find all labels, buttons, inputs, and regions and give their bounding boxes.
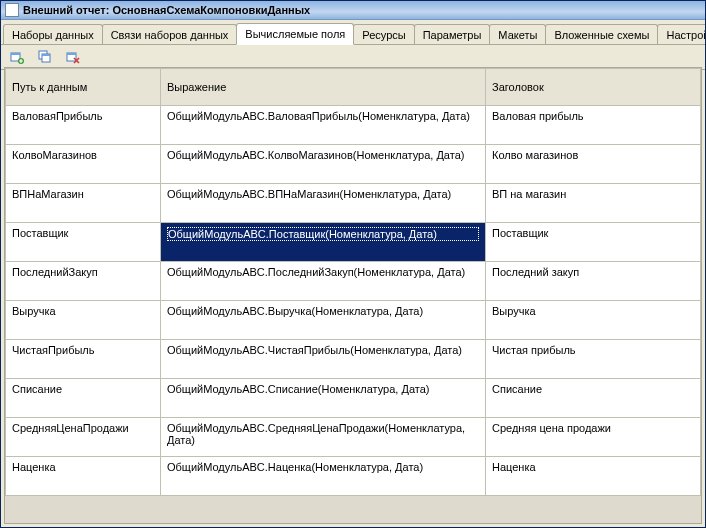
cell-path[interactable]: Списание — [6, 379, 161, 418]
tab-calculated-fields[interactable]: Вычисляемые поля — [236, 23, 354, 45]
tab-datasets[interactable]: Наборы данных — [3, 24, 103, 44]
cell-path[interactable]: Выручка — [6, 301, 161, 340]
delete-button[interactable] — [61, 46, 85, 68]
cell-path[interactable]: ПоследнийЗакуп — [6, 262, 161, 301]
cell-path[interactable]: Поставщик — [6, 223, 161, 262]
cell-expression[interactable]: ОбщийМодульABC.СредняяЦенаПродажи(Номенк… — [161, 418, 486, 457]
cell-expression[interactable]: ОбщийМодульABC.Выручка(Номенклатура, Дат… — [161, 301, 486, 340]
table-header-row: Путь к данным Выражение Заголовок — [6, 69, 701, 106]
tab-parameters[interactable]: Параметры — [414, 24, 491, 44]
table-row[interactable]: Выручка ОбщийМодульABC.Выручка(Номенклат… — [6, 301, 701, 340]
cell-path[interactable]: КолвоМагазинов — [6, 145, 161, 184]
tab-layouts[interactable]: Макеты — [489, 24, 546, 44]
cell-title[interactable]: Поставщик — [486, 223, 701, 262]
cell-expression[interactable]: ОбщийМодульABC.ПоследнийЗакуп(Номенклату… — [161, 262, 486, 301]
cell-title[interactable]: ВП на магазин — [486, 184, 701, 223]
cell-expression[interactable]: ОбщийМодульABC.Списание(Номенклатура, Да… — [161, 379, 486, 418]
tab-nested-schemas[interactable]: Вложенные схемы — [545, 24, 658, 44]
table-row[interactable]: СредняяЦенаПродажи ОбщийМодульABC.Средня… — [6, 418, 701, 457]
col-header-path[interactable]: Путь к данным — [6, 69, 161, 106]
svg-rect-1 — [11, 53, 20, 55]
table-row[interactable]: ВаловаяПрибыль ОбщийМодульABC.ВаловаяПри… — [6, 106, 701, 145]
app-icon — [5, 3, 19, 17]
col-header-expression[interactable]: Выражение — [161, 69, 486, 106]
cell-title[interactable]: Валовая прибыль — [486, 106, 701, 145]
window-title: Внешний отчет: ОсновнаяСхемаКомпоновкиДа… — [23, 4, 310, 16]
table-row[interactable]: Наценка ОбщийМодульABC.Наценка(Номенклат… — [6, 457, 701, 496]
cell-expression[interactable]: ОбщийМодульABC.ВаловаяПрибыль(Номенклату… — [161, 106, 486, 145]
svg-rect-7 — [67, 53, 76, 55]
table-row[interactable]: Списание ОбщийМодульABC.Списание(Номенкл… — [6, 379, 701, 418]
tab-resources[interactable]: Ресурсы — [353, 24, 414, 44]
cell-path[interactable]: ВаловаяПрибыль — [6, 106, 161, 145]
cell-title[interactable]: Последний закуп — [486, 262, 701, 301]
cell-expression[interactable]: ОбщийМодульABC.КолвоМагазинов(Номенклату… — [161, 145, 486, 184]
table-row-selected[interactable]: Поставщик ОбщийМодульABC.Поставщик(Номен… — [6, 223, 701, 262]
cell-expression[interactable]: ОбщийМодульABC.ЧистаяПрибыль(Номенклатур… — [161, 340, 486, 379]
delete-row-icon — [66, 50, 80, 64]
cell-expression[interactable]: ОбщийМодульABC.ВПНаМагазин(Номенклатура,… — [161, 184, 486, 223]
cell-path[interactable]: Наценка — [6, 457, 161, 496]
table-row[interactable]: ПоследнийЗакуп ОбщийМодульABC.ПоследнийЗ… — [6, 262, 701, 301]
tab-settings[interactable]: Настройки — [657, 24, 706, 44]
table-row[interactable]: ЧистаяПрибыль ОбщийМодульABC.ЧистаяПрибы… — [6, 340, 701, 379]
fields-table: Путь к данным Выражение Заголовок Валова… — [5, 68, 701, 496]
cell-title[interactable]: Выручка — [486, 301, 701, 340]
cell-title[interactable]: Средняя цена продажи — [486, 418, 701, 457]
cell-path[interactable]: ВПНаМагазин — [6, 184, 161, 223]
cell-path[interactable]: СредняяЦенаПродажи — [6, 418, 161, 457]
table-row[interactable]: ВПНаМагазин ОбщийМодульABC.ВПНаМагазин(Н… — [6, 184, 701, 223]
tab-strip: Наборы данных Связи наборов данных Вычис… — [1, 20, 705, 45]
add-row-icon — [10, 50, 24, 64]
titlebar: Внешний отчет: ОсновнаяСхемаКомпоновкиДа… — [1, 1, 705, 20]
col-header-title[interactable]: Заголовок — [486, 69, 701, 106]
window-root: Внешний отчет: ОсновнаяСхемаКомпоновкиДа… — [0, 0, 706, 528]
copy-row-icon — [38, 50, 52, 64]
svg-rect-5 — [42, 54, 50, 56]
table-row[interactable]: КолвоМагазинов ОбщийМодульABC.КолвоМагаз… — [6, 145, 701, 184]
cell-expression[interactable]: ОбщийМодульABC.Наценка(Номенклатура, Дат… — [161, 457, 486, 496]
copy-button[interactable] — [33, 46, 57, 68]
cell-title[interactable]: Списание — [486, 379, 701, 418]
cell-title[interactable]: Колво магазинов — [486, 145, 701, 184]
tab-dataset-links[interactable]: Связи наборов данных — [102, 24, 238, 44]
cell-title[interactable]: Чистая прибыль — [486, 340, 701, 379]
cell-title[interactable]: Наценка — [486, 457, 701, 496]
add-button[interactable] — [5, 46, 29, 68]
grid-container: Путь к данным Выражение Заголовок Валова… — [4, 67, 702, 524]
cell-path[interactable]: ЧистаяПрибыль — [6, 340, 161, 379]
cell-expression-editing[interactable]: ОбщийМодульABC.Поставщик(Номенклатура, Д… — [161, 223, 486, 262]
